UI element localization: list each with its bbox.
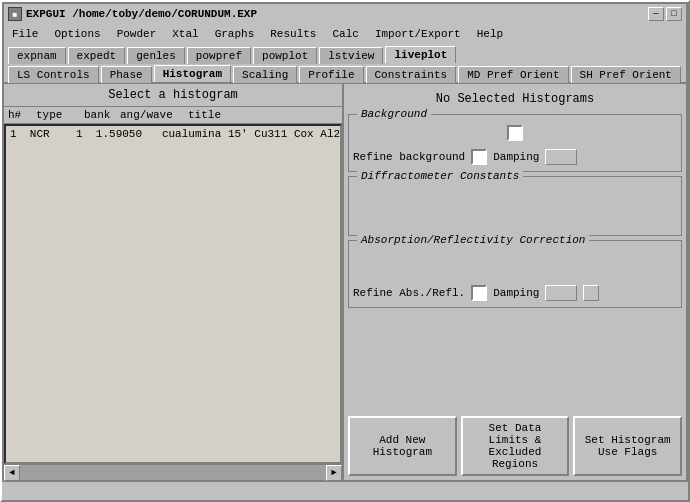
tab-constraints[interactable]: Constraints <box>366 66 457 83</box>
set-histogram-flags-button[interactable]: Set Histogram Use Flags <box>573 416 682 476</box>
right-panel: No Selected Histograms Background Refine… <box>344 84 686 412</box>
item-wave: 1.59050 <box>96 128 142 140</box>
title-bar: ■ EXPGUI /home/toby/demo/CORUNDUM.EXP — … <box>2 2 688 24</box>
tab-expnam[interactable]: expnam <box>8 47 66 64</box>
tab-liveplot[interactable]: liveplot <box>385 46 456 63</box>
tab-expedt[interactable]: expedt <box>68 47 126 64</box>
tab-ls-controls[interactable]: LS Controls <box>8 66 99 83</box>
refine-abs-label: Refine Abs./Refl. <box>353 287 465 299</box>
diffractometer-section: Diffractometer Constants <box>348 176 682 236</box>
bottom-buttons-bar: Add New Histogram Set Data Limits & Excl… <box>344 412 686 480</box>
refine-background-checkbox[interactable] <box>471 149 487 165</box>
histogram-list[interactable]: 1 NCR 1 1.59050 cualumina 15' Cu311 Cox … <box>4 124 342 464</box>
menu-help[interactable]: Help <box>473 27 507 41</box>
tab-sh-pref-orient[interactable]: SH Pref Orient <box>571 66 681 83</box>
col-header-h: h# <box>8 109 28 121</box>
menu-file[interactable]: File <box>8 27 42 41</box>
refine-background-label: Refine background <box>353 151 465 163</box>
background-section-title: Background <box>357 108 431 120</box>
item-type: NCR <box>30 128 50 140</box>
add-histogram-button[interactable]: Add New Histogram <box>348 416 457 476</box>
background-controls-row: Refine background Damping <box>353 147 677 167</box>
maximize-button[interactable]: □ <box>666 7 682 21</box>
tab-md-pref-orient[interactable]: MD Pref Orient <box>458 66 568 83</box>
menu-import-export[interactable]: Import/Export <box>371 27 465 41</box>
damping-background-label: Damping <box>493 151 539 163</box>
absorption-spacer <box>353 247 677 283</box>
absorption-small-box <box>583 285 599 301</box>
window-controls: — □ <box>648 7 682 21</box>
col-header-bank: bank <box>84 109 112 121</box>
tab-powplot[interactable]: powplot <box>253 47 317 64</box>
tab-scaling[interactable]: Scaling <box>233 66 297 83</box>
tab-genles[interactable]: genles <box>127 47 185 64</box>
minimize-button[interactable]: — <box>648 7 664 21</box>
menu-xtal[interactable]: Xtal <box>168 27 202 41</box>
left-panel: Select a histogram h# type bank ang/wave… <box>4 84 344 480</box>
refine-abs-checkbox[interactable] <box>471 285 487 301</box>
horizontal-scrollbar[interactable]: ◄ ► <box>4 464 342 480</box>
diffractometer-content <box>353 183 677 231</box>
tab-profile[interactable]: Profile <box>299 66 363 83</box>
damping-abs-button[interactable] <box>545 285 577 301</box>
set-data-limits-button[interactable]: Set Data Limits & Excluded Regions <box>461 416 570 476</box>
col-header-title: title <box>188 109 338 121</box>
col-header-wave: ang/wave <box>120 109 180 121</box>
histogram-header: h# type bank ang/wave title <box>4 107 342 124</box>
window-icon: ■ <box>8 7 22 21</box>
damping-background-button[interactable] <box>545 149 577 165</box>
scroll-track[interactable] <box>20 465 326 480</box>
menu-powder[interactable]: Powder <box>113 27 161 41</box>
list-item[interactable]: 1 NCR 1 1.59050 cualumina 15' Cu311 Cox … <box>6 126 340 142</box>
item-h: 1 <box>10 128 17 140</box>
window-title: EXPGUI /home/toby/demo/CORUNDUM.EXP <box>26 8 644 20</box>
scroll-right-button[interactable]: ► <box>326 465 342 481</box>
background-section: Background Refine background Damping <box>348 114 682 172</box>
damping-abs-label: Damping <box>493 287 539 299</box>
item-title: cualumina 15' Cu311 Cox Al2o <box>162 128 342 140</box>
tab-phase[interactable]: Phase <box>101 66 152 83</box>
tab-powpref[interactable]: powpref <box>187 47 251 64</box>
menu-results[interactable]: Results <box>266 27 320 41</box>
scroll-left-button[interactable]: ◄ <box>4 465 20 481</box>
absorption-section: Absorption/Reflectivity Correction Refin… <box>348 240 682 308</box>
main-window: ■ EXPGUI /home/toby/demo/CORUNDUM.EXP — … <box>0 0 690 502</box>
tab-row-2: LS Controls Phase Histogram Scaling Prof… <box>2 63 688 82</box>
menu-calc[interactable]: Calc <box>328 27 362 41</box>
menu-bar: File Options Powder Xtal Graphs Results … <box>2 24 688 44</box>
absorption-controls-row: Refine Abs./Refl. Damping <box>353 283 677 303</box>
background-large-checkbox[interactable] <box>507 125 523 141</box>
histogram-section-title: Select a histogram <box>4 84 342 107</box>
tab-histogram[interactable]: Histogram <box>154 65 231 82</box>
item-bank: 1 <box>76 128 83 140</box>
right-outer: No Selected Histograms Background Refine… <box>344 84 686 480</box>
main-area: Select a histogram h# type bank ang/wave… <box>2 82 688 482</box>
tab-row-1: expnam expedt genles powpref powplot lst… <box>2 44 688 63</box>
menu-graphs[interactable]: Graphs <box>211 27 259 41</box>
menu-options[interactable]: Options <box>50 27 104 41</box>
tab-lstview[interactable]: lstview <box>319 47 383 64</box>
diffractometer-section-title: Diffractometer Constants <box>357 170 523 182</box>
col-header-type: type <box>36 109 76 121</box>
absorption-section-title: Absorption/Reflectivity Correction <box>357 234 589 246</box>
no-selected-label: No Selected Histograms <box>348 88 682 110</box>
